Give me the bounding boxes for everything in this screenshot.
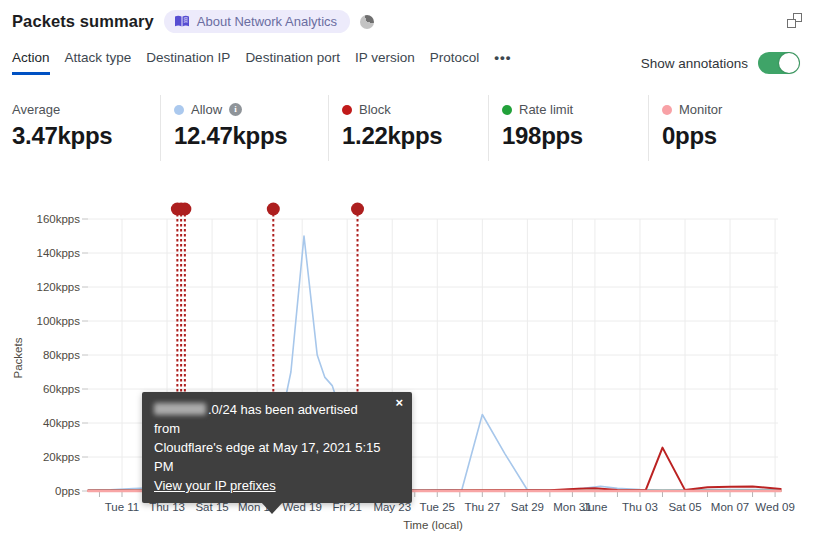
page-title: Packets summary xyxy=(12,12,154,31)
view-ip-prefixes-link[interactable]: View your IP prefixes xyxy=(154,478,276,493)
stat-rate-limit: Rate limit 198pps xyxy=(488,95,648,161)
show-annotations-control: Show annotations xyxy=(641,52,800,74)
header: Packets summary About Network Analytics xyxy=(12,10,802,33)
network-analytics-panel: Packets summary About Network Analytics … xyxy=(0,0,816,545)
svg-text:20kpps: 20kpps xyxy=(43,451,80,463)
tab-bar-row: Action Attack type Destination IP Destin… xyxy=(12,50,800,75)
rate-limit-dot-icon xyxy=(502,105,512,115)
svg-text:120kpps: 120kpps xyxy=(37,281,81,293)
tooltip-line2: Cloudflare's edge at May 17, 2021 5:15 P… xyxy=(154,440,381,474)
tab-attack-type[interactable]: Attack type xyxy=(65,50,132,75)
stat-average-label: Average xyxy=(12,102,60,117)
stat-average-value: 3.47kpps xyxy=(12,122,160,150)
svg-text:Tue 25: Tue 25 xyxy=(420,501,455,513)
tab-destination-port[interactable]: Destination port xyxy=(245,50,340,75)
stat-allow-label: Allow xyxy=(191,102,222,117)
tab-ip-version[interactable]: IP version xyxy=(355,50,415,75)
stat-monitor-value: 0pps xyxy=(662,122,808,150)
svg-text:60kpps: 60kpps xyxy=(43,383,80,395)
stat-block: Block 1.22kpps xyxy=(328,95,488,161)
block-dot-icon xyxy=(342,105,352,115)
svg-text:Sat 29: Sat 29 xyxy=(511,501,544,513)
tabs-more-button[interactable]: ••• xyxy=(494,50,511,75)
tooltip-text: .0/24 has been advertised from Cloudflar… xyxy=(154,400,386,495)
tooltip-caret xyxy=(261,502,283,514)
stat-allow-value: 12.47kpps xyxy=(174,122,328,150)
info-icon[interactable]: i xyxy=(229,103,242,116)
svg-text:Thu 03: Thu 03 xyxy=(622,501,658,513)
tab-protocol[interactable]: Protocol xyxy=(430,50,480,75)
svg-text:Thu 27: Thu 27 xyxy=(464,501,500,513)
packets-chart: 0pps20kpps40kpps60kpps80kpps100kpps120kp… xyxy=(0,195,816,545)
show-annotations-label: Show annotations xyxy=(641,56,748,71)
stat-block-label: Block xyxy=(359,102,391,117)
svg-text:June: June xyxy=(582,501,607,513)
status-pie-icon[interactable] xyxy=(360,15,374,29)
toggle-knob xyxy=(779,53,799,73)
svg-text:40kpps: 40kpps xyxy=(43,417,80,429)
stat-average: Average 3.47kpps xyxy=(12,95,160,161)
svg-text:Sat 05: Sat 05 xyxy=(668,501,701,513)
show-annotations-toggle[interactable] xyxy=(758,52,800,74)
tooltip-close-icon[interactable]: × xyxy=(395,396,403,410)
svg-text:0pps: 0pps xyxy=(55,485,80,497)
svg-text:Packets: Packets xyxy=(12,337,24,378)
svg-text:Tue 11: Tue 11 xyxy=(105,501,140,513)
svg-text:100kpps: 100kpps xyxy=(37,315,81,327)
svg-text:Time (local): Time (local) xyxy=(403,519,463,531)
stat-rate-limit-value: 198pps xyxy=(502,122,648,150)
allow-dot-icon xyxy=(174,105,184,115)
book-icon xyxy=(174,15,190,28)
about-badge-label: About Network Analytics xyxy=(197,14,337,29)
about-network-analytics-badge[interactable]: About Network Analytics xyxy=(164,10,350,33)
popout-icon[interactable] xyxy=(787,13,802,28)
annotation-tooltip: × .0/24 has been advertised from Cloudfl… xyxy=(142,392,412,503)
stat-rate-limit-label: Rate limit xyxy=(519,102,573,117)
svg-text:Mon 07: Mon 07 xyxy=(711,501,749,513)
stat-allow: Allow i 12.47kpps xyxy=(160,95,328,161)
svg-text:80kpps: 80kpps xyxy=(43,349,80,361)
stat-block-value: 1.22kpps xyxy=(342,122,488,150)
stat-monitor: Monitor 0pps xyxy=(648,95,808,161)
svg-text:160kpps: 160kpps xyxy=(37,213,81,225)
monitor-dot-icon xyxy=(662,105,672,115)
stats-row: Average 3.47kpps Allow i 12.47kpps Block… xyxy=(12,95,816,161)
tab-bar: Action Attack type Destination IP Destin… xyxy=(12,50,511,75)
redacted-ip-prefix xyxy=(154,403,206,415)
tab-action[interactable]: Action xyxy=(12,50,50,75)
svg-text:140kpps: 140kpps xyxy=(37,247,81,259)
stat-monitor-label: Monitor xyxy=(679,102,722,117)
tab-destination-ip[interactable]: Destination IP xyxy=(146,50,230,75)
svg-text:Wed 09: Wed 09 xyxy=(755,501,794,513)
